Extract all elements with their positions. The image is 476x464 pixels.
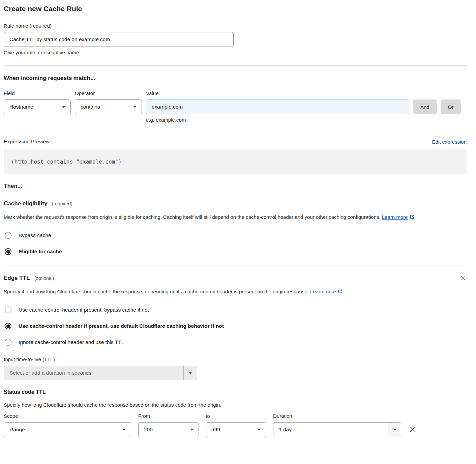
radio-bypass-cache-label: Bypass cache xyxy=(19,232,51,238)
chevron-down-icon xyxy=(258,429,261,431)
close-edge-ttl-button[interactable] xyxy=(460,275,467,282)
from-select-value: 200 xyxy=(144,427,153,433)
radio-unselected-icon xyxy=(5,307,11,313)
from-label: From xyxy=(138,413,199,419)
radio-cache-control-bypass[interactable]: Use cache-control header if present, byp… xyxy=(4,307,149,313)
operator-select-value: contains xyxy=(81,104,100,110)
chevron-down-icon xyxy=(62,106,65,108)
field-select[interactable]: Hostname xyxy=(4,99,71,114)
to-select-value: 599 xyxy=(211,427,220,433)
operator-select[interactable]: contains xyxy=(75,99,142,114)
field-label: Field xyxy=(4,90,71,96)
scope-label: Scope xyxy=(4,413,131,419)
status-code-ttl-heading: Status code TTL xyxy=(4,389,467,395)
expression-preview-code: (http.host contains "example.com") xyxy=(4,149,467,174)
match-heading: When incoming requests match... xyxy=(4,75,467,82)
cache-eligibility-learn-more-link[interactable]: Learn more xyxy=(382,214,415,220)
radio-selected-icon xyxy=(5,323,11,329)
status-code-ttl-row: Scope Range From 200 to 599 Duration xyxy=(4,413,467,437)
remove-status-ttl-row-button[interactable] xyxy=(409,426,416,433)
radio-cache-control-default[interactable]: Use cache-control header if present, use… xyxy=(4,323,224,329)
radio-cache-control-default-label: Use cache-control header if present, use… xyxy=(19,323,224,329)
section-divider xyxy=(4,265,467,265)
radio-eligible-for-cache-label: Eligible for cache xyxy=(19,249,62,255)
edge-ttl-heading: Edge TTL xyxy=(4,275,30,281)
edge-ttl-optional-label: (optional) xyxy=(34,276,54,281)
value-input[interactable] xyxy=(146,99,409,114)
page-title: Create new Cache Rule xyxy=(4,5,467,13)
expression-code-text: (http.host contains "example.com") xyxy=(11,158,122,165)
or-button[interactable]: Or xyxy=(441,99,461,114)
status-code-ttl-description: Specify how long Cloudflare should cache… xyxy=(4,402,467,408)
from-select[interactable]: 200 xyxy=(138,422,199,437)
to-label: to xyxy=(206,413,266,419)
scope-select[interactable]: Range xyxy=(4,422,131,437)
cache-eligibility-description: Mark whether the request's response from… xyxy=(4,212,455,222)
chevron-down-icon xyxy=(122,429,126,431)
chevron-down-icon xyxy=(133,106,137,108)
expression-preview-label: Expression Preview xyxy=(4,139,50,145)
then-heading: Then... xyxy=(4,183,467,190)
and-button[interactable]: And xyxy=(413,99,437,114)
radio-ignore-cache-control-label: Ignore cache-control header and use this… xyxy=(19,339,124,345)
radio-unselected-icon xyxy=(5,232,11,239)
chevron-down-icon xyxy=(190,429,194,431)
create-cache-rule-form: Create new Cache Rule Rule name (require… xyxy=(0,0,476,447)
radio-unselected-icon xyxy=(5,339,11,346)
rule-name-input[interactable] xyxy=(4,32,234,47)
external-link-icon xyxy=(409,214,415,220)
radio-bypass-cache[interactable]: Bypass cache xyxy=(4,232,51,239)
ttl-duration-input[interactable] xyxy=(4,366,183,380)
radio-cache-control-bypass-label: Use cache-control header if present, byp… xyxy=(19,307,149,313)
chevron-down-icon xyxy=(393,429,396,431)
section-divider xyxy=(4,65,467,66)
duration-input[interactable] xyxy=(273,423,388,437)
radio-ignore-cache-control[interactable]: Ignore cache-control header and use this… xyxy=(4,339,124,346)
edit-expression-link[interactable]: Edit expression xyxy=(432,139,467,145)
scope-select-value: Range xyxy=(9,427,25,433)
ttl-duration-combobox xyxy=(4,366,197,380)
rule-name-help: Give your rule a descriptive name. xyxy=(4,50,234,55)
chevron-down-icon xyxy=(189,372,192,374)
ttl-dropdown-button[interactable] xyxy=(183,366,197,380)
ttl-input-label: Input time-to-live (TTL) xyxy=(4,356,467,362)
to-select[interactable]: 599 xyxy=(206,422,266,437)
close-icon xyxy=(460,275,467,282)
radio-selected-icon xyxy=(5,248,11,255)
external-link-icon xyxy=(337,289,343,294)
duration-dropdown-button[interactable] xyxy=(388,423,401,437)
rule-name-label: Rule name (required) xyxy=(4,23,234,29)
cache-eligibility-heading: Cache eligibility xyxy=(4,200,47,207)
edge-ttl-learn-more-link[interactable]: Learn more xyxy=(310,289,343,294)
value-label: Value xyxy=(146,90,409,96)
duration-label: Duration xyxy=(273,413,401,419)
duration-combobox xyxy=(273,422,401,437)
delete-icon xyxy=(409,426,416,433)
operator-label: Operator xyxy=(75,90,142,96)
edge-ttl-description: Specify if and how long Cloudflare shoul… xyxy=(4,287,378,296)
value-hint: e.g. example.com xyxy=(146,117,409,123)
match-condition-row: Field Hostname Operator contains Value e… xyxy=(4,90,467,123)
field-select-value: Hostname xyxy=(9,104,33,110)
radio-eligible-for-cache[interactable]: Eligible for cache xyxy=(4,248,62,255)
cache-eligibility-required-label: (required) xyxy=(52,201,72,206)
